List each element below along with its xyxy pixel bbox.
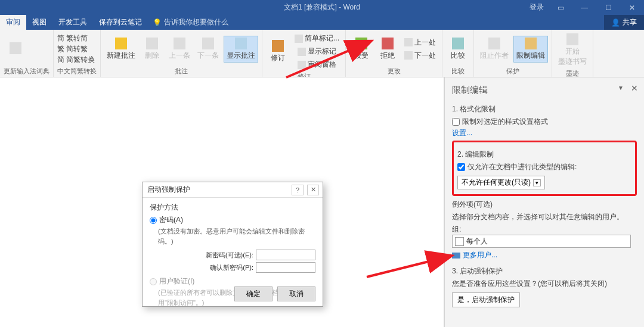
enforce-desc: 您是否准备应用这些设置？(您可以稍后将其关闭) xyxy=(452,279,637,289)
tab-review[interactable]: 审阅 xyxy=(0,15,26,30)
next-comment-button: 下一条 xyxy=(195,36,221,62)
prev-change[interactable]: 上一处 xyxy=(402,36,438,49)
dialog-title-bar[interactable]: 启动强制保护 ? ✕ xyxy=(143,182,323,198)
tab-save-cloud[interactable]: 保存到云笔记 xyxy=(93,15,148,30)
dialog-close-icon[interactable]: ✕ xyxy=(307,185,319,195)
conv-t2s[interactable]: 简 繁转简 xyxy=(57,33,95,43)
section-edit: 2. 编辑限制 xyxy=(457,150,631,160)
pane-title: 限制编辑 xyxy=(452,82,637,101)
new-comment-button[interactable]: 新建批注 xyxy=(104,36,138,62)
next-change[interactable]: 下一处 xyxy=(402,49,438,62)
tab-bar: 审阅 视图 开发工具 保存到云笔记 💡告诉我你想要做什么 👤共享 xyxy=(0,15,644,30)
tab-view[interactable]: 视图 xyxy=(26,15,52,30)
format-settings-link[interactable]: 设置... xyxy=(452,128,637,138)
ok-button[interactable]: 确定 xyxy=(234,286,273,301)
window-title: 文档1 [兼容模式] - Word xyxy=(284,2,360,13)
users-icon xyxy=(452,253,460,259)
tell-me[interactable]: 💡告诉我你想要做什么 xyxy=(148,15,233,30)
prev-comment-button: 上一条 xyxy=(166,36,193,62)
password-desc: (文档没有加密。恶意用户可能会编辑文件和删除密码。) xyxy=(158,226,315,246)
tab-devtools[interactable]: 开发工具 xyxy=(52,15,93,30)
section-format: 1. 格式化限制 xyxy=(452,104,637,114)
everyone-checkbox[interactable]: 每个人 xyxy=(452,235,631,248)
maximize-icon[interactable]: ☐ xyxy=(596,0,620,15)
restrict-editing-button[interactable]: 限制编辑 xyxy=(513,36,548,63)
more-users-link[interactable]: 更多用户... xyxy=(452,250,637,260)
block-authors-button: 阻止作者 xyxy=(478,36,511,62)
pane-options-icon[interactable]: ▼ xyxy=(618,85,624,91)
delete-comment-button: 删除 xyxy=(140,36,164,62)
accept-button[interactable]: 接受 xyxy=(349,36,373,62)
auth-radio xyxy=(150,278,157,285)
conv-st[interactable]: 简 简繁转换 xyxy=(57,55,95,65)
password-radio[interactable] xyxy=(150,217,157,224)
exceptions-desc: 选择部分文档内容，并选择可以对其任意编辑的用户。 xyxy=(452,212,637,222)
conv-s2t[interactable]: 繁 简转繁 xyxy=(57,44,95,54)
markup-mode[interactable]: 简单标记... xyxy=(292,32,342,45)
dialog-title: 启动强制保护 xyxy=(147,185,190,195)
exceptions-heading: 例外项(可选) xyxy=(452,200,637,210)
help-icon[interactable]: ? xyxy=(292,185,304,195)
ribbon-options-icon[interactable]: ▭ xyxy=(549,0,572,15)
share-button[interactable]: 👤共享 xyxy=(604,15,644,30)
ink-button: 开始 墨迹书写 xyxy=(556,32,589,68)
edit-type-select[interactable]: 不允许任何更改(只读)▾ xyxy=(457,176,545,189)
new-password-input[interactable] xyxy=(256,250,315,260)
close-icon[interactable]: ✕ xyxy=(620,0,644,15)
compare-button[interactable]: 比较 xyxy=(446,36,470,62)
track-changes-button[interactable]: 修订 xyxy=(266,39,290,64)
group-ime: 更新输入法词典 xyxy=(4,66,49,77)
protect-method-label: 保护方法 xyxy=(150,203,315,213)
enforce-protection-dialog: 启动强制保护 ? ✕ 保护方法 密码(A) (文档没有加密。恶意用户可能会编辑文… xyxy=(142,182,323,307)
group-label: 组: xyxy=(452,225,637,235)
show-markup[interactable]: 显示标记 xyxy=(292,45,342,58)
ribbon: 更新输入法词典 简 繁转简 繁 简转繁 简 简繁转换 中文简繁转换 新建批注 删… xyxy=(0,30,644,77)
edit-restrict-checkbox[interactable]: 仅允许在文档中进行此类型的编辑: xyxy=(457,162,631,172)
review-pane[interactable]: 审阅窗格 xyxy=(292,58,342,71)
reject-button[interactable]: 拒绝 xyxy=(376,36,400,62)
section-enforce: 3. 启动强制保护 xyxy=(452,266,637,276)
ime-dict-button xyxy=(4,41,27,57)
format-restrict-checkbox[interactable]: 限制对选定的样式设置格式 xyxy=(452,117,637,127)
cancel-button[interactable]: 取消 xyxy=(277,286,315,301)
title-bar: 文档1 [兼容模式] - Word 登录 ▭ — ☐ ✕ xyxy=(0,0,644,15)
minimize-icon[interactable]: — xyxy=(572,0,596,15)
restrict-editing-pane: 限制编辑 ▼ ✕ 1. 格式化限制 限制对选定的样式设置格式 设置... 2. … xyxy=(444,77,644,327)
start-enforce-button[interactable]: 是，启动强制保护 xyxy=(452,292,520,307)
confirm-password-input[interactable] xyxy=(256,262,315,273)
login-button[interactable]: 登录 xyxy=(525,0,549,15)
edit-restriction-highlight: 2. 编辑限制 仅允许在文档中进行此类型的编辑: 不允许任何更改(只读)▾ xyxy=(452,141,637,196)
pane-close-icon[interactable]: ✕ xyxy=(631,83,638,93)
chevron-down-icon: ▾ xyxy=(533,179,541,186)
show-comments-button[interactable]: 显示批注 xyxy=(224,36,258,63)
